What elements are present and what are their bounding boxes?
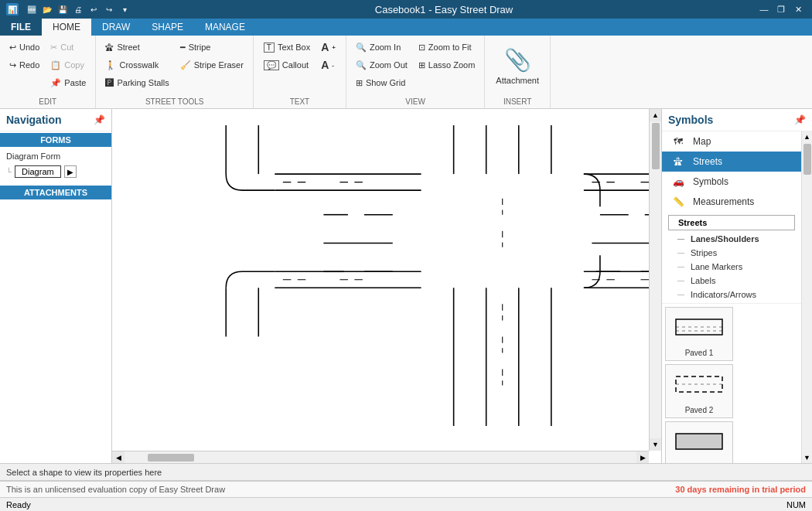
nav-diagram-box[interactable]: Diagram	[15, 165, 61, 178]
street-tool-buttons: 🛣 Street 🚶 Crosswalk 🅿 Parking Stalls ━	[101, 39, 247, 97]
restore-button[interactable]: ❐	[773, 2, 789, 17]
sym-thumb-paved1[interactable]: Paved 1	[665, 307, 733, 361]
attachment-label: Attachment	[496, 76, 539, 85]
sym-title: Symbols	[668, 114, 713, 126]
tab-home[interactable]: HOME	[42, 19, 91, 36]
sym-scroll-track[interactable]	[802, 142, 812, 452]
zoom-in-label: Zoom In	[370, 43, 401, 52]
redo-button[interactable]: ↪ Redo	[5, 56, 44, 73]
stripe-eraser-button[interactable]: 🧹 Stripe Eraser	[176, 56, 248, 73]
scroll-vthumb[interactable]	[652, 123, 660, 169]
text-box-button[interactable]: T Text Box	[259, 39, 315, 56]
zoom-in-button[interactable]: 🔍 Zoom In	[351, 39, 412, 56]
show-grid-button[interactable]: ⊞ Show Grid	[351, 74, 412, 91]
scroll-left-btn[interactable]: ◀	[112, 451, 125, 464]
qa-undo[interactable]: ↩	[87, 2, 101, 16]
scroll-hthumb[interactable]	[148, 454, 194, 462]
insert-label: INSERT	[503, 97, 532, 108]
trial-copy-text: This is an unlicensed evaluation copy of…	[6, 485, 225, 494]
street-col1: 🛣 Street 🚶 Crosswalk 🅿 Parking Stalls	[101, 39, 173, 91]
scroll-vtrack[interactable]	[650, 121, 661, 438]
view-label: VIEW	[405, 97, 425, 108]
sym-pin[interactable]: 📌	[794, 114, 806, 125]
scroll-down-btn[interactable]: ▼	[650, 438, 661, 451]
undo-label: Undo	[19, 43, 39, 52]
tab-manage[interactable]: MANAGE	[194, 19, 256, 36]
sym-scroll-down[interactable]: ▼	[802, 452, 812, 463]
view-col2: ⊡ Zoom to Fit ⊞ Lasso Zoom	[414, 39, 480, 73]
sym-scroll-up[interactable]: ▲	[802, 131, 812, 142]
measurements-icon: 📏	[670, 196, 687, 208]
lasso-zoom-button[interactable]: ⊞ Lasso Zoom	[414, 56, 480, 73]
cut-button[interactable]: ✂ Cut	[46, 39, 90, 56]
crosswalk-button[interactable]: 🚶 Crosswalk	[101, 56, 173, 73]
scroll-htrack[interactable]	[125, 451, 636, 464]
undo-button[interactable]: ↩ Undo	[5, 39, 44, 56]
canvas-area[interactable]: ▲ ▼ ◀ ▶	[112, 109, 661, 463]
scroll-right-btn[interactable]: ▶	[636, 451, 649, 464]
app-title: Casebook1 - Easy Street Draw	[131, 4, 756, 15]
paste-icon: 📌	[50, 78, 61, 88]
text-box-label: Text Box	[278, 43, 310, 52]
scroll-up-btn[interactable]: ▲	[650, 109, 661, 121]
parking-label: Parking Stalls	[117, 78, 169, 87]
ribbon-group-edit: ↩ Undo ↪ Redo ✂ Cut 📋 Copy	[0, 36, 96, 108]
nav-expand-arrow[interactable]: ▶	[64, 165, 77, 178]
crosswalk-label: Crosswalk	[119, 60, 159, 70]
qa-save[interactable]: 💾	[56, 2, 70, 16]
decrease-font-button[interactable]: A-	[316, 56, 340, 73]
parking-stalls-button[interactable]: 🅿 Parking Stalls	[101, 74, 173, 91]
paved-u1-preview	[666, 422, 732, 460]
sym-tree-lane-markers[interactable]: Lane Markers	[662, 260, 801, 274]
tab-shape[interactable]: SHAPE	[141, 19, 194, 36]
edit-buttons: ↩ Undo ↪ Redo ✂ Cut 📋 Copy	[5, 39, 90, 97]
paste-button[interactable]: 📌 Paste	[46, 74, 90, 91]
tab-file[interactable]: FILE	[0, 19, 42, 36]
text-size-col: A+ A-	[316, 39, 340, 73]
zoom-out-label: Zoom Out	[370, 60, 408, 70]
canvas-vscrollbar[interactable]: ▲ ▼	[649, 109, 661, 451]
qa-print[interactable]: 🖨	[71, 2, 85, 16]
stripe-label: Stripe	[189, 43, 211, 52]
attachment-button[interactable]: 📎 Attachment	[490, 39, 545, 93]
nav-pin[interactable]: 📌	[94, 114, 105, 125]
zoom-to-fit-button[interactable]: ⊡ Zoom to Fit	[414, 39, 480, 56]
sym-tree-stripes[interactable]: Stripes	[662, 246, 801, 260]
nav-forms-section: FORMS	[0, 133, 111, 147]
sym-vscrollbar[interactable]: ▲ ▼	[801, 131, 812, 463]
stripe-icon: ━	[180, 43, 186, 53]
sym-tree-indicators[interactable]: Indicators/Arrows	[662, 288, 801, 301]
sym-scroll-thumb[interactable]	[803, 144, 811, 175]
qa-open[interactable]: 📂	[40, 2, 54, 16]
street-button[interactable]: 🛣 Street	[101, 39, 173, 56]
crosswalk-icon: 🚶	[105, 60, 116, 70]
minimize-button[interactable]: —	[756, 2, 772, 17]
ribbon-group-text: T Text Box 💬 Callout A+ A- TEXT	[254, 36, 346, 108]
sym-item-symbols[interactable]: 🚗 Symbols	[662, 172, 801, 192]
qa-dropdown[interactable]: ▾	[118, 2, 131, 16]
sym-tree-lanes[interactable]: Lanes/Shoulders	[662, 232, 801, 246]
canvas-hscrollbar[interactable]: ◀ ▶	[112, 451, 649, 463]
copy-button[interactable]: 📋 Copy	[46, 56, 90, 73]
callout-button[interactable]: 💬 Callout	[259, 56, 315, 73]
stripe-button[interactable]: ━ Stripe	[176, 39, 248, 56]
qa-redo[interactable]: ↪	[102, 2, 116, 16]
increase-font-button[interactable]: A+	[316, 39, 340, 56]
view-col1: 🔍 Zoom In 🔍 Zoom Out ⊞ Show Grid	[351, 39, 412, 91]
sym-tree-root[interactable]: Streets	[668, 215, 795, 230]
sym-thumb-paved2[interactable]: Paved 2	[665, 364, 733, 418]
sym-tree-labels[interactable]: Labels	[662, 274, 801, 288]
undo-redo-col: ↩ Undo ↪ Redo	[5, 39, 44, 73]
ready-bar: Ready NUM	[0, 497, 812, 511]
zoom-out-button[interactable]: 🔍 Zoom Out	[351, 56, 412, 73]
close-button[interactable]: ✕	[790, 2, 806, 17]
qa-new[interactable]: 🆕	[25, 2, 39, 16]
sym-item-map[interactable]: 🗺 Map	[662, 131, 801, 152]
redo-icon: ↪	[9, 60, 16, 70]
sym-item-streets[interactable]: 🛣 Streets	[662, 152, 801, 172]
sym-thumb-paved-u1[interactable]: Paved Unstriped 1	[665, 421, 733, 463]
sym-tree: Streets Lanes/Shoulders Stripes Lane Mar…	[662, 212, 801, 303]
callout-label: Callout	[282, 60, 309, 70]
sym-item-measurements[interactable]: 📏 Measurements	[662, 192, 801, 212]
tab-draw[interactable]: DRAW	[91, 19, 141, 36]
